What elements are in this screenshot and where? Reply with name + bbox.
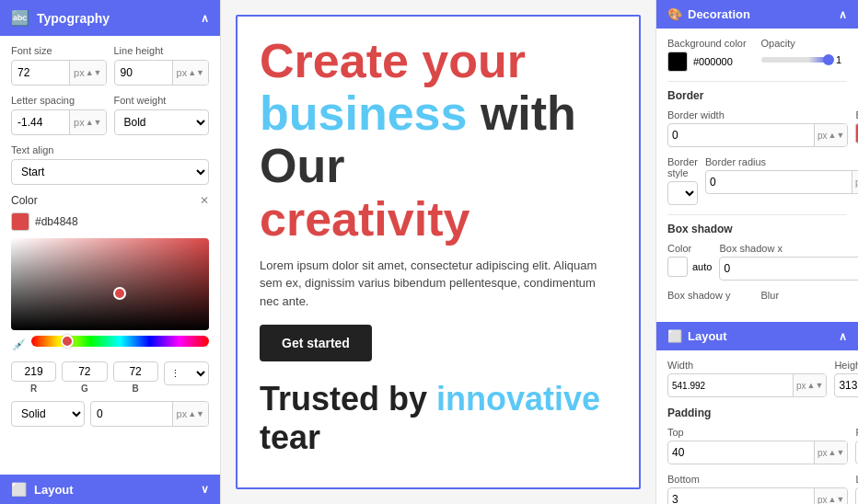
opacity-slider[interactable]	[761, 57, 829, 63]
font-weight-select[interactable]: Bold	[114, 109, 210, 135]
color-picker-gradient[interactable]	[11, 238, 209, 330]
font-size-row: Font size px ▲▼ Line height px ▲▼	[11, 45, 209, 86]
typography-icon: 🔤	[11, 9, 29, 27]
left-panel: 🔤 Typography ∧ Font size px ▲▼ Line heig…	[0, 0, 221, 504]
width-unit: px ▲▼	[793, 374, 826, 396]
box-shadow-label: Box shadow	[667, 223, 847, 235]
padding-top-spinner[interactable]: ▲▼	[829, 449, 845, 457]
border-radius-label: Border radius	[705, 156, 858, 167]
padding-bottom-left-row: Bottom px ▲▼ Left px ▲▼	[667, 474, 847, 504]
layout-chevron[interactable]: ∨	[201, 483, 209, 496]
opacity-thumb[interactable]	[823, 54, 834, 65]
color-hex: #db4848	[35, 215, 78, 228]
height-label: Height	[834, 360, 858, 371]
alpha-select[interactable]: ⋮	[164, 361, 209, 385]
right-layout-chevron[interactable]: ∧	[839, 330, 847, 343]
box-shadow-color-swatch[interactable]	[667, 257, 688, 277]
b-label: B	[113, 384, 158, 394]
height-group: Height px ▲▼	[834, 360, 858, 397]
line-height-spinner[interactable]: ▲▼	[188, 69, 204, 77]
divider-1	[667, 81, 847, 82]
padding-bottom-wrapper: px ▲▼	[667, 487, 848, 504]
box-shadow-x-input[interactable]	[720, 262, 858, 275]
hue-slider[interactable]	[31, 336, 209, 347]
text-align-group: Text align Start	[11, 144, 209, 185]
decoration-header-left: 🎨 Decoration	[667, 7, 750, 21]
bg-color-swatch[interactable]	[667, 52, 688, 72]
r-label: R	[11, 384, 56, 394]
letter-spacing-spinner[interactable]: ▲▼	[86, 119, 102, 127]
right-layout-content: Width px ▲▼ Height px ▲▼	[656, 350, 858, 504]
font-size-label: Font size	[11, 45, 107, 56]
decoration-header[interactable]: 🎨 Decoration ∧	[656, 0, 858, 29]
right-layout-header[interactable]: ⬜ Layout ∧	[656, 322, 858, 350]
height-input[interactable]	[835, 379, 858, 392]
letter-spacing-row: Letter spacing px ▲▼ Font weight Bold	[11, 95, 209, 135]
g-input[interactable]	[62, 361, 107, 382]
heading-create: Create your	[260, 34, 526, 87]
letter-spacing-input[interactable]	[12, 116, 69, 129]
cta-button[interactable]: Get started	[260, 325, 372, 361]
padding-bottom-group: Bottom px ▲▼	[667, 474, 848, 504]
border-width-spinner[interactable]: ▲▼	[829, 132, 845, 140]
padding-top-input[interactable]	[668, 446, 814, 459]
r-input[interactable]	[11, 361, 56, 382]
heading-creativity: creativity	[260, 192, 470, 246]
font-weight-label: Font weight	[114, 95, 210, 106]
border-style-select[interactable]: Solid	[667, 181, 698, 205]
trusted-end: tear	[260, 418, 320, 456]
canvas-content: Create your business with Our creativity…	[236, 15, 641, 489]
padding-bottom-spinner[interactable]: ▲▼	[829, 496, 845, 504]
letter-spacing-input-wrapper: px ▲▼	[11, 109, 107, 135]
right-layout-header-left: ⬜ Layout	[667, 329, 727, 343]
heading-business: business	[260, 86, 481, 140]
font-size-unit: px ▲▼	[69, 61, 105, 85]
decoration-icon: 🎨	[667, 7, 682, 21]
color-swatch[interactable]	[11, 212, 29, 231]
color-picker-thumb[interactable]	[113, 287, 126, 300]
text-align-label: Text align	[11, 144, 209, 155]
rgb-inputs: R G B ⋮	[11, 361, 209, 394]
text-align-row: Text align Start	[11, 144, 209, 185]
box-shadow-color-label: Color	[667, 243, 712, 254]
layout-section-header[interactable]: ⬜ Layout ∨	[0, 475, 220, 504]
decoration-chevron[interactable]: ∧	[839, 8, 847, 21]
layout-title: Layout	[34, 483, 74, 497]
style-select[interactable]: Solid	[11, 401, 85, 427]
letter-spacing-group: Letter spacing px ▲▼	[11, 95, 107, 135]
line-height-input[interactable]	[115, 66, 172, 79]
lorem-text: Lorem ipsum dolor sit amet, consectetur …	[260, 257, 617, 311]
line-height-input-wrapper: px ▲▼	[114, 60, 210, 86]
trusted-label: Trusted by	[260, 380, 436, 418]
canvas-area: Create your business with Our creativity…	[221, 0, 655, 504]
width-input[interactable]	[668, 381, 793, 391]
width-spinner[interactable]: ▲▼	[807, 382, 824, 390]
padding-bottom-input[interactable]	[668, 493, 814, 504]
bottom-spinner[interactable]: ▲▼	[188, 410, 204, 418]
text-align-select[interactable]: Start	[11, 159, 209, 185]
b-input[interactable]	[113, 361, 158, 382]
box-shadow-y-group: Box shadow y	[667, 290, 754, 304]
line-height-label: Line height	[114, 45, 210, 56]
font-size-input[interactable]	[12, 66, 69, 79]
padding-bottom-label: Bottom	[667, 474, 848, 485]
border-row: Border width px ▲▼ Border color #db4848	[667, 109, 847, 147]
border-width-label: Border width	[667, 109, 848, 120]
color-close-icon[interactable]: ✕	[200, 194, 209, 207]
typography-header[interactable]: 🔤 Typography ∧	[0, 0, 220, 36]
border-label: Border	[667, 89, 847, 102]
line-height-unit: px ▲▼	[172, 61, 208, 85]
border-style-group: Border style Solid	[667, 156, 698, 205]
trusted-text: Trusted by innovative tear	[260, 380, 617, 457]
opacity-label: Opacity	[761, 38, 848, 49]
font-size-spinner[interactable]: ▲▼	[86, 69, 102, 77]
alpha-spinner: ⋮	[164, 361, 209, 394]
border-width-input[interactable]	[668, 129, 814, 142]
padding-bottom-unit: px ▲▼	[814, 488, 847, 504]
bottom-number-input[interactable]	[91, 407, 172, 420]
right-layout-icon: ⬜	[667, 329, 682, 343]
eyedropper-icon[interactable]: 💉	[11, 338, 26, 352]
border-radius-input[interactable]	[706, 176, 852, 189]
typography-chevron-up[interactable]: ∧	[201, 12, 209, 25]
hue-thumb[interactable]	[61, 335, 74, 348]
